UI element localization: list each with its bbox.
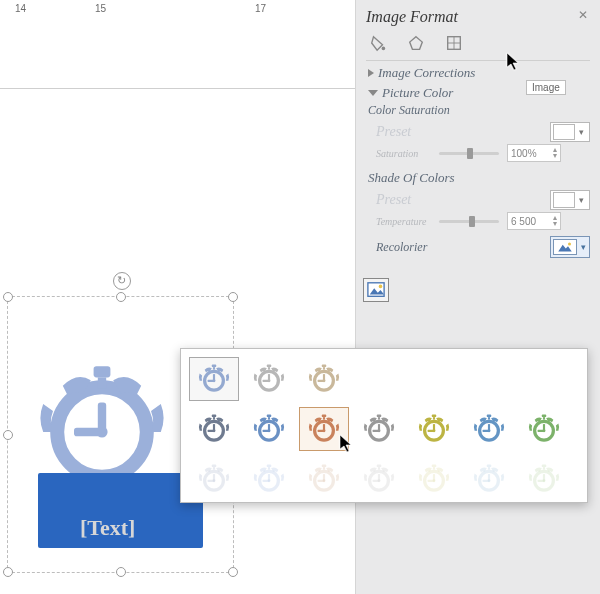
svg-rect-93 [318, 480, 325, 482]
svg-rect-40 [212, 415, 216, 418]
svg-rect-101 [378, 467, 380, 470]
saturation-slider[interactable] [439, 152, 499, 155]
preset-label: Preset [376, 124, 411, 140]
svg-point-8 [382, 47, 386, 51]
svg-rect-65 [433, 417, 435, 420]
recolor-swatch[interactable] [354, 407, 404, 451]
fill-icon[interactable] [366, 32, 390, 54]
svg-rect-118 [542, 465, 546, 468]
panel-title: Image Format [366, 8, 590, 26]
picture-icon[interactable] [363, 278, 389, 302]
paper-edge [0, 88, 355, 244]
svg-rect-112 [487, 465, 491, 468]
svg-rect-77 [543, 417, 545, 420]
saturation-preset-chooser[interactable]: ▾ [550, 122, 590, 142]
svg-rect-107 [433, 467, 435, 470]
svg-rect-21 [208, 380, 215, 382]
svg-rect-106 [432, 465, 436, 468]
svg-rect-95 [323, 467, 325, 470]
recolor-swatch[interactable] [189, 457, 239, 501]
chevron-down-icon [368, 90, 378, 96]
svg-rect-57 [373, 430, 380, 432]
svg-rect-64 [432, 415, 436, 418]
svg-rect-111 [483, 480, 490, 482]
chevron-right-icon [368, 69, 374, 77]
resize-handle[interactable] [116, 292, 126, 302]
svg-rect-47 [268, 417, 270, 420]
preset-label-2: Preset [376, 192, 411, 208]
size-properties-icon[interactable] [442, 32, 466, 54]
resize-handle[interactable] [116, 567, 126, 577]
svg-rect-105 [428, 480, 435, 482]
close-panel-icon[interactable]: ✕ [578, 8, 588, 22]
recolor-swatch[interactable] [464, 407, 514, 451]
svg-rect-29 [268, 367, 270, 370]
recolor-flyout[interactable] [180, 348, 588, 503]
svg-rect-88 [267, 465, 271, 468]
resize-handle[interactable] [3, 567, 13, 577]
svg-rect-35 [323, 367, 325, 370]
document-canvas[interactable]: [Text] ↻ [0, 18, 355, 594]
temperature-value[interactable]: 6 500▴▾ [507, 212, 561, 230]
picture-tab-tooltip: Image [526, 80, 566, 95]
recolor-swatch[interactable] [299, 457, 349, 501]
recolor-chooser[interactable]: ▾ [550, 236, 590, 258]
svg-rect-83 [213, 467, 215, 470]
pentagon-icon[interactable] [404, 32, 428, 54]
ruler: 14 15 17 [0, 0, 355, 19]
shade-of-colors-label: Shade Of Colors [368, 170, 590, 186]
rotate-handle[interactable]: ↻ [113, 272, 131, 290]
recolor-swatch[interactable] [189, 407, 239, 451]
ruler-tick: 14 [15, 3, 26, 14]
svg-rect-70 [487, 415, 491, 418]
svg-rect-53 [323, 417, 325, 420]
color-saturation-label: Color Saturation [368, 103, 590, 118]
recolor-swatch[interactable] [244, 357, 294, 401]
svg-rect-119 [543, 467, 545, 470]
svg-rect-45 [263, 430, 270, 432]
recolor-swatch[interactable] [299, 407, 349, 451]
resize-handle[interactable] [228, 567, 238, 577]
resize-handle[interactable] [3, 292, 13, 302]
svg-rect-71 [488, 417, 490, 420]
recolor-swatch[interactable] [354, 457, 404, 501]
svg-marker-16 [558, 245, 572, 252]
svg-point-15 [379, 285, 383, 289]
recolor-swatch[interactable] [519, 457, 569, 501]
recolor-swatch[interactable] [409, 407, 459, 451]
recolor-swatch[interactable] [299, 357, 349, 401]
svg-rect-113 [488, 467, 490, 470]
image-corrections-label: Image Corrections [378, 65, 475, 81]
recolor-swatch[interactable] [409, 457, 459, 501]
svg-rect-75 [538, 430, 545, 432]
svg-rect-69 [483, 430, 490, 432]
recolor-swatch[interactable] [519, 407, 569, 451]
svg-rect-76 [542, 415, 546, 418]
shade-preset-chooser[interactable]: ▾ [550, 190, 590, 210]
picture-icon [553, 239, 577, 255]
resize-handle[interactable] [3, 430, 13, 440]
divider [366, 60, 590, 61]
recolor-swatch[interactable] [244, 457, 294, 501]
recolor-swatch[interactable] [464, 457, 514, 501]
svg-point-17 [568, 243, 571, 246]
saturation-value[interactable]: 100%▴▾ [507, 144, 561, 162]
svg-rect-81 [208, 480, 215, 482]
svg-rect-52 [322, 415, 326, 418]
svg-rect-63 [428, 430, 435, 432]
saturation-slider-label: Saturation [376, 148, 431, 159]
panel-tabs [366, 32, 590, 54]
picture-color-label: Picture Color [382, 85, 453, 101]
temperature-slider[interactable] [439, 220, 499, 223]
svg-rect-27 [263, 380, 270, 382]
svg-marker-9 [410, 37, 423, 50]
resize-handle[interactable] [228, 292, 238, 302]
svg-rect-89 [268, 467, 270, 470]
recolor-swatch[interactable] [189, 357, 239, 401]
svg-rect-100 [377, 465, 381, 468]
ruler-tick: 17 [255, 3, 266, 14]
recolor-label: Recolorier [376, 240, 427, 255]
svg-rect-22 [212, 365, 216, 368]
image-corrections-header[interactable]: Image Corrections [368, 65, 590, 81]
recolor-swatch[interactable] [244, 407, 294, 451]
